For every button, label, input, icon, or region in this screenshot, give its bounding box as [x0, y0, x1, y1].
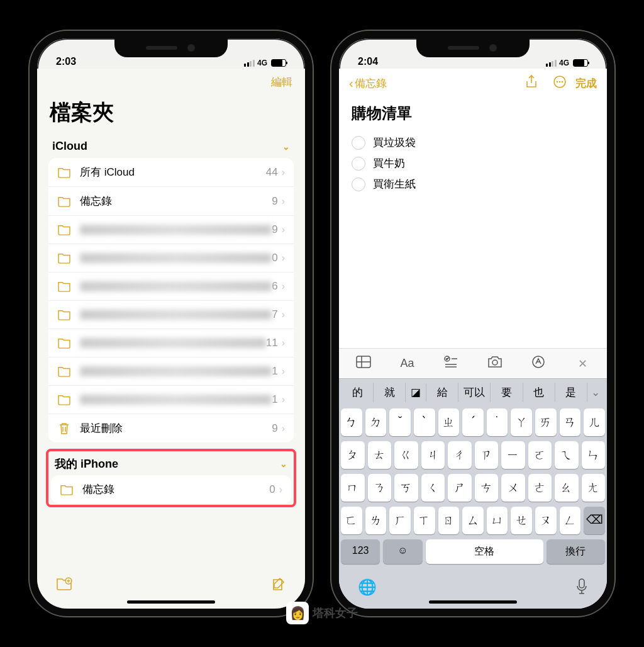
key[interactable]: ㄇ [341, 474, 365, 502]
table-button[interactable] [351, 356, 376, 371]
svg-point-3 [559, 81, 561, 83]
back-button[interactable]: ‹ 備忘錄 [349, 76, 387, 91]
folders-screen: 編輯 檔案夾 iCloud ⌄ 所有 iCloud 44 › 備忘錄 9 › [37, 69, 305, 609]
key[interactable]: ㄨ [501, 474, 525, 502]
key[interactable]: ㄌ [365, 507, 387, 534]
markup-button[interactable] [526, 355, 551, 372]
text-format-button[interactable]: Aa [394, 357, 419, 370]
checkbox-icon[interactable] [352, 157, 365, 171]
done-button[interactable]: 完成 [575, 76, 597, 91]
key[interactable]: ㄘ [475, 474, 499, 502]
numbers-key[interactable]: 123 [341, 539, 380, 564]
keyboard-row: ㄅ ㄉ ˇ ˋ ㄓ ˊ ˙ ㄚ ㄞ ㄢ ㄦ [341, 408, 605, 436]
key[interactable]: ˋ [414, 408, 435, 436]
folder-row[interactable]: 所有 iCloud 44 › [48, 158, 294, 187]
suggestion[interactable]: 要 [491, 383, 523, 402]
key[interactable]: ㄞ [535, 408, 557, 436]
key[interactable]: ㄈ [341, 507, 362, 534]
key[interactable]: ㄛ [528, 441, 552, 469]
folder-row[interactable]: 0 › [48, 244, 294, 273]
key[interactable]: ㄜ [528, 474, 552, 502]
key[interactable]: ㄡ [535, 507, 557, 534]
key[interactable]: ㄣ [582, 441, 606, 469]
suggestion[interactable]: 也 [523, 383, 555, 402]
myiphone-section-header[interactable]: 我的 iPhone ⌄ [48, 453, 294, 475]
key[interactable]: ㄎ [394, 474, 418, 502]
folder-row[interactable]: 1 › [48, 357, 294, 386]
key[interactable]: ㄔ [448, 441, 472, 469]
globe-key[interactable]: 🌐 [358, 578, 377, 599]
folder-count: 9 [272, 195, 277, 208]
suggestion[interactable]: 給 [426, 383, 458, 402]
key[interactable]: ㄒ [414, 507, 435, 534]
key[interactable]: ㄓ [438, 408, 460, 436]
checklist-item[interactable]: 買衛生紙 [352, 174, 594, 194]
folder-row[interactable]: 9 › [48, 216, 294, 244]
key[interactable]: ㄋ [368, 474, 392, 502]
note-title[interactable]: 購物清單 [339, 98, 607, 132]
more-button[interactable] [553, 75, 567, 92]
checklist-item[interactable]: 買垃圾袋 [352, 132, 594, 153]
collapse-suggestions-icon[interactable]: ⌄ [587, 383, 604, 402]
folder-row[interactable]: 6 › [48, 273, 294, 301]
folder-row[interactable]: 1 › [48, 386, 294, 414]
key[interactable]: ㄤ [582, 474, 606, 502]
recently-deleted-row[interactable]: 最近刪除 9 › [48, 414, 294, 442]
key[interactable]: ˇ [389, 408, 411, 436]
checkbox-icon[interactable] [352, 136, 365, 150]
key[interactable]: ㄏ [389, 507, 411, 534]
suggestion[interactable]: 可以 [458, 383, 491, 402]
suggestion-icon[interactable]: ◪ [406, 383, 426, 402]
close-keyboard-button[interactable]: ✕ [570, 357, 595, 371]
checkbox-icon[interactable] [352, 177, 365, 191]
key[interactable]: ㄑ [421, 474, 445, 502]
return-key[interactable]: 換行 [547, 539, 605, 564]
key[interactable]: ˙ [487, 408, 508, 436]
folder-row[interactable]: 7 › [48, 301, 294, 329]
folder-row[interactable]: 備忘錄 0 › [51, 475, 291, 504]
chevron-right-icon: › [279, 484, 282, 495]
key[interactable]: ㄝ [511, 507, 532, 534]
share-button[interactable] [525, 75, 538, 92]
folder-row[interactable]: 11 › [48, 329, 294, 357]
key[interactable]: ㄕ [448, 474, 472, 502]
key[interactable]: ㄅ [341, 408, 362, 436]
key[interactable]: ㄉ [365, 408, 387, 436]
key[interactable]: ㄐ [421, 441, 445, 469]
edit-button[interactable]: 編輯 [271, 75, 292, 89]
home-indicator[interactable] [127, 600, 215, 604]
key[interactable]: ㄙ [462, 507, 484, 534]
key[interactable]: ㄩ [487, 507, 508, 534]
key[interactable]: ˊ [462, 408, 484, 436]
checklist-item[interactable]: 買牛奶 [352, 153, 594, 174]
key[interactable]: ㄦ [584, 408, 605, 436]
suggestion[interactable]: 的 [341, 383, 374, 402]
key[interactable]: ㄍ [394, 441, 418, 469]
checklist[interactable]: 買垃圾袋 買牛奶 買衛生紙 [339, 132, 607, 194]
emoji-key[interactable]: ☺ [383, 539, 422, 564]
folder-row[interactable]: 備忘錄 9 › [48, 187, 294, 216]
key[interactable]: ㄚ [511, 408, 532, 436]
delete-key[interactable]: ⌫ [584, 507, 605, 534]
key[interactable]: ㄊ [368, 441, 392, 469]
key[interactable]: ㄖ [438, 507, 460, 534]
key[interactable]: ㄧ [501, 441, 525, 469]
battery-icon [573, 59, 588, 67]
key[interactable]: ㄗ [475, 441, 499, 469]
icloud-section-header[interactable]: iCloud ⌄ [37, 135, 305, 158]
checklist-button[interactable] [438, 356, 464, 371]
suggestion[interactable]: 就 [374, 383, 406, 402]
key[interactable]: ㄟ [555, 441, 579, 469]
home-indicator[interactable] [429, 600, 517, 604]
svg-point-4 [562, 81, 564, 83]
new-note-button[interactable] [271, 577, 286, 596]
camera-button[interactable] [482, 356, 508, 371]
new-folder-button[interactable] [56, 577, 72, 596]
key[interactable]: ㄠ [555, 474, 579, 502]
space-key[interactable]: 空格 [426, 539, 543, 564]
key[interactable]: ㄆ [341, 441, 365, 469]
mic-key[interactable] [575, 578, 588, 599]
key[interactable]: ㄥ [560, 507, 581, 534]
suggestion[interactable]: 是 [555, 383, 587, 402]
key[interactable]: ㄢ [560, 408, 581, 436]
